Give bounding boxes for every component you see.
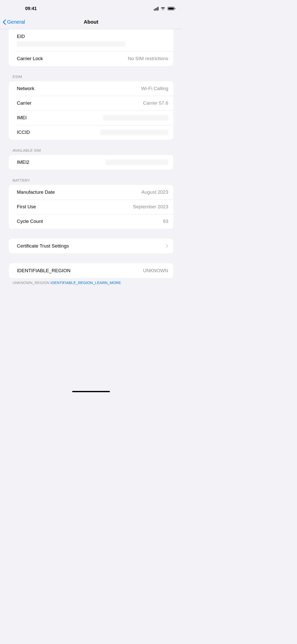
region-learn-more-link[interactable]: IDENTIFIABLE_REGION_LEARN_MORE — [51, 280, 121, 285]
chevron-right-icon — [166, 244, 168, 248]
region-footer-prefix: UNKNOWN_REGION — [13, 280, 51, 285]
group-available-sim: IMEI2 — [9, 155, 173, 170]
row-first-use[interactable]: First Use September 2023 — [9, 199, 173, 214]
row-network[interactable]: Network Wi-Fi Calling — [9, 81, 173, 96]
esim-header: ESIM — [13, 74, 169, 79]
group-certificate: Certificate Trust Settings — [9, 239, 173, 253]
row-certificate-trust[interactable]: Certificate Trust Settings — [9, 239, 173, 253]
network-value: Wi-Fi Calling — [141, 86, 168, 91]
imei-value-redacted — [103, 115, 168, 120]
carrier-label: Carrier — [17, 100, 31, 106]
row-manufacture-date[interactable]: Manufacture Date August 2023 — [9, 185, 173, 199]
imei2-label: IMEI2 — [17, 159, 29, 165]
row-carrier-lock[interactable]: Carrier Lock No SIM restrictions — [9, 51, 173, 66]
region-footer: UNKNOWN_REGION IDENTIFIABLE_REGION_LEARN… — [13, 280, 169, 285]
page-title: About — [84, 19, 98, 25]
row-identifiable-region[interactable]: IDENTIFIABLE_REGION UNKNOWN — [9, 263, 173, 278]
status-icons — [154, 7, 175, 11]
row-cycle-count[interactable]: Cycle Count 93 — [9, 214, 173, 229]
back-button[interactable]: General — [3, 19, 25, 25]
carrier-value: Carrier 57.6 — [143, 100, 168, 106]
navigation-bar: General About — [0, 15, 182, 29]
row-iccid[interactable]: ICCID — [9, 125, 173, 140]
row-eid[interactable]: EID — [9, 29, 173, 51]
available-sim-header: AVAILABLE SIM — [13, 148, 169, 152]
row-carrier[interactable]: Carrier Carrier 57.6 — [9, 96, 173, 110]
chevron-left-icon — [3, 19, 6, 25]
region-value: UNKNOWN — [143, 268, 168, 273]
imei-label: IMEI — [17, 115, 27, 120]
manufacture-date-label: Manufacture Date — [17, 189, 55, 195]
status-time: 09:41 — [25, 6, 37, 11]
manufacture-date-value: August 2023 — [141, 189, 168, 195]
row-imei[interactable]: IMEI — [9, 110, 173, 125]
first-use-label: First Use — [17, 204, 36, 210]
network-label: Network — [17, 86, 34, 91]
group-region: IDENTIFIABLE_REGION UNKNOWN — [9, 263, 173, 278]
eid-value-redacted — [17, 41, 125, 47]
first-use-value: September 2023 — [133, 204, 168, 210]
cellular-signal-icon — [154, 7, 158, 11]
home-indicator[interactable] — [72, 391, 110, 392]
group-esim: Network Wi-Fi Calling Carrier Carrier 57… — [9, 81, 173, 140]
carrier-lock-value: No SIM restrictions — [128, 56, 168, 61]
group-battery: Manufacture Date August 2023 First Use S… — [9, 185, 173, 229]
row-imei2[interactable]: IMEI2 — [9, 155, 173, 170]
cycle-count-value: 93 — [163, 219, 168, 224]
wifi-icon — [160, 7, 165, 10]
imei2-value-redacted — [105, 159, 168, 165]
certificate-trust-label: Certificate Trust Settings — [17, 243, 69, 249]
status-bar: 09:41 — [0, 0, 182, 15]
cycle-count-label: Cycle Count — [17, 219, 43, 224]
region-label: IDENTIFIABLE_REGION — [17, 268, 70, 273]
eid-label: EID — [17, 34, 25, 39]
battery-icon — [167, 7, 175, 10]
battery-header: BATTERY — [13, 178, 169, 182]
iccid-label: ICCID — [17, 130, 30, 135]
back-label: General — [7, 19, 25, 25]
group-identifiers: EID Carrier Lock No SIM restrictions — [9, 29, 173, 66]
iccid-value-redacted — [100, 130, 168, 135]
carrier-lock-label: Carrier Lock — [17, 56, 43, 61]
